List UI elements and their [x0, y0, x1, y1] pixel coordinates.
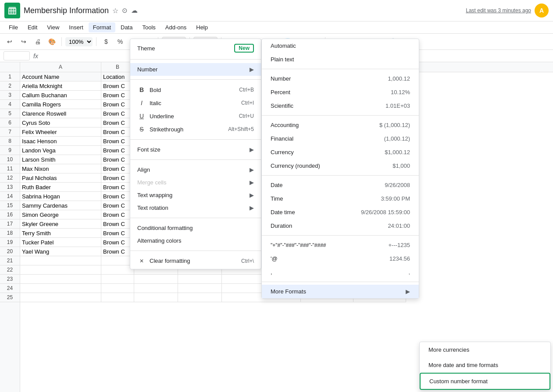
percent-button[interactable]: %	[114, 35, 126, 48]
cell-c23[interactable]	[134, 275, 178, 284]
cell-a1[interactable]: Account Name	[20, 72, 101, 81]
cell-a4[interactable]: Camilla Rogers	[20, 100, 101, 109]
cell-b21[interactable]	[101, 256, 134, 265]
cell-a13[interactable]: Ruth Bader	[20, 183, 101, 192]
cell-b16[interactable]: Brown C	[101, 210, 134, 219]
cell-b9[interactable]: Brown C	[101, 146, 134, 155]
row-header-4[interactable]: 4	[0, 100, 20, 109]
cell-a16[interactable]: Simon George	[20, 210, 101, 219]
number-currency-item[interactable]: Currency $1,000.12	[262, 145, 419, 159]
format-italic-item[interactable]: I Italic Ctrl+I	[130, 96, 261, 109]
format-underline-item[interactable]: U Underline Ctrl+U	[130, 109, 261, 123]
more-customnumber-item[interactable]: Custom number format	[420, 373, 550, 390]
row-header-19[interactable]: 19	[0, 238, 20, 247]
menu-format[interactable]: Format	[89, 22, 115, 32]
cell-a19[interactable]: Tucker Patel	[20, 238, 101, 247]
cell-a5[interactable]: Clarence Roswell	[20, 109, 101, 118]
cell-b18[interactable]: Brown C	[101, 229, 134, 238]
row-header-1[interactable]: 1	[0, 72, 20, 81]
cell-b7[interactable]: Brown C	[101, 127, 134, 137]
row-header-25[interactable]: 25	[0, 293, 20, 302]
number-accounting-item[interactable]: Accounting $ (1,000.12)	[262, 118, 419, 132]
row-header-20[interactable]: 20	[0, 247, 20, 256]
more-datetimeformats-item[interactable]: More date and time formats	[420, 357, 550, 373]
menu-data[interactable]: Data	[116, 22, 137, 32]
last-edit[interactable]: Last edit was 3 minutes ago	[466, 7, 531, 14]
number-scientific-item[interactable]: Scientific 1.01E+03	[262, 99, 419, 113]
folder-icon[interactable]: ⊙	[122, 7, 128, 14]
format-theme-item[interactable]: Theme New	[130, 41, 261, 56]
cell-b6[interactable]: Brown C	[101, 118, 134, 127]
format-fontsize-item[interactable]: Font size ▶	[130, 143, 261, 156]
cell-a11[interactable]: Max Nixon	[20, 164, 101, 173]
row-header-24[interactable]: 24	[0, 284, 20, 293]
row-header-5[interactable]: 5	[0, 109, 20, 118]
menu-tools[interactable]: Tools	[138, 22, 160, 32]
cell-b19[interactable]: Brown C	[101, 238, 134, 247]
cell-b3[interactable]: Brown C	[101, 91, 134, 100]
row-header-2[interactable]: 2	[0, 81, 20, 91]
cell-b22[interactable]	[101, 265, 134, 275]
row-header-9[interactable]: 9	[0, 146, 20, 155]
number-moreformats-item[interactable]: More Formats ▶	[262, 285, 419, 298]
cell-b2[interactable]: Brown C	[101, 81, 134, 91]
row-header-17[interactable]: 17	[0, 219, 20, 229]
row-header-23[interactable]: 23	[0, 275, 20, 284]
cell-a25[interactable]	[20, 293, 101, 302]
cell-a12[interactable]: Paul Nicholas	[20, 173, 101, 183]
number-financial-item[interactable]: Financial (1,000.12)	[262, 132, 419, 145]
paint-format-button[interactable]: 🎨	[46, 35, 58, 48]
cell-b20[interactable]: Brown C	[101, 247, 134, 256]
format-number-item[interactable]: Number ▶	[130, 63, 261, 76]
cell-b14[interactable]: Brown C	[101, 192, 134, 201]
cell-a17[interactable]: Skyler Greene	[20, 219, 101, 229]
more-currencies-item[interactable]: More currencies	[420, 342, 550, 357]
format-textrot-item[interactable]: Text rotation ▶	[130, 201, 261, 214]
row-header-10[interactable]: 10	[0, 155, 20, 164]
print-button[interactable]: 🖨	[32, 35, 44, 48]
number-duration-item[interactable]: Duration 24:01:00	[262, 219, 419, 233]
undo-button[interactable]: ↩	[4, 35, 16, 48]
row-header-12[interactable]: 12	[0, 173, 20, 183]
cell-b13[interactable]: Brown C	[101, 183, 134, 192]
number-percent-item[interactable]: Percent 10.12%	[262, 85, 419, 99]
row-header-14[interactable]: 14	[0, 192, 20, 201]
row-header-7[interactable]: 7	[0, 127, 20, 137]
cell-b11[interactable]: Brown C	[101, 164, 134, 173]
menu-addons[interactable]: Add-ons	[161, 22, 191, 32]
format-bold-item[interactable]: B Bold Ctrl+B	[130, 83, 261, 96]
cell-b17[interactable]: Brown C	[101, 219, 134, 229]
cell-b15[interactable]: Brown C	[101, 201, 134, 210]
number-time-item[interactable]: Time 3:59:00 PM	[262, 192, 419, 205]
cell-b25[interactable]	[101, 293, 134, 302]
cell-a22[interactable]	[20, 265, 101, 275]
cell-a20[interactable]: Yael Wang	[20, 247, 101, 256]
format-textwrap-item[interactable]: Text wrapping ▶	[130, 189, 261, 201]
star-icon[interactable]: ☆	[112, 7, 118, 15]
format-strikethrough-item[interactable]: S Strikethrough Alt+Shift+5	[130, 123, 261, 136]
format-altcol-item[interactable]: Alternating colors	[130, 234, 261, 247]
cell-b12[interactable]: Brown C	[101, 173, 134, 183]
cell-a15[interactable]: Sammy Cardenas	[20, 201, 101, 210]
cell-b24[interactable]	[101, 284, 134, 293]
row-header-8[interactable]: 8	[0, 137, 20, 146]
cell-a10[interactable]: Larson Smith	[20, 155, 101, 164]
number-date-item[interactable]: Date 9/26/2008	[262, 178, 419, 192]
cloud-icon[interactable]: ☁	[131, 7, 138, 14]
cell-a21[interactable]	[20, 256, 101, 265]
format-merge-item[interactable]: Merge cells ▶	[130, 176, 261, 189]
row-header-11[interactable]: 11	[0, 164, 20, 173]
cell-a7[interactable]: Felix Wheeler	[20, 127, 101, 137]
number-comma-item[interactable]: , ,	[262, 265, 419, 279]
currency-button[interactable]: $	[100, 35, 112, 48]
menu-edit[interactable]: Edit	[23, 22, 42, 32]
cell-b5[interactable]: Brown C	[101, 109, 134, 118]
cell-b4[interactable]: Brown C	[101, 100, 134, 109]
number-automatic-item[interactable]: Automatic	[262, 39, 419, 53]
cell-c24[interactable]	[134, 284, 178, 293]
cell-b1[interactable]: Location	[101, 72, 134, 81]
format-align-item[interactable]: Align ▶	[130, 163, 261, 176]
cell-a6[interactable]: Cyrus Soto	[20, 118, 101, 127]
number-plaintext-item[interactable]: Plain text	[262, 53, 419, 66]
col-header-a[interactable]: A	[20, 62, 101, 72]
